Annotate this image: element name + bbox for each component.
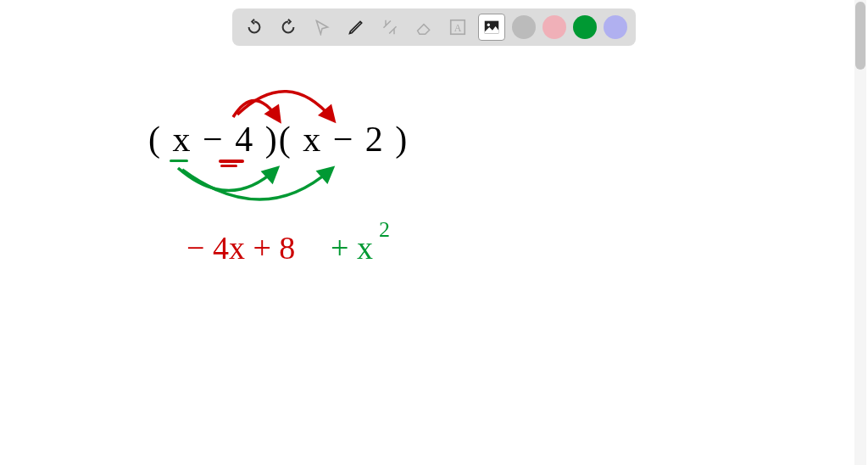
expanded-red-terms: − 4x + 8 bbox=[186, 229, 295, 266]
expanded-green-term: + x bbox=[331, 229, 373, 266]
scrollbar-thumb[interactable] bbox=[855, 2, 865, 70]
foil-arrows bbox=[0, 0, 856, 465]
underline-4-red bbox=[219, 160, 244, 163]
underline-x-green bbox=[170, 160, 188, 162]
factored-expression: ( x − 4 )( x − 2 ) bbox=[148, 119, 409, 160]
underline-4-red-2 bbox=[220, 165, 237, 167]
whiteboard-canvas[interactable]: ( x − 4 )( x − 2 ) − 4x + 8 + x 2 bbox=[0, 0, 856, 465]
expanded-green-exponent: 2 bbox=[379, 217, 390, 243]
scrollbar-track[interactable] bbox=[854, 0, 866, 465]
